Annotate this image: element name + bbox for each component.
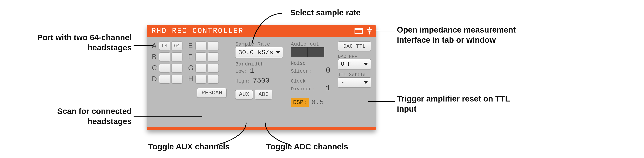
impedance-icon[interactable] [366,27,372,34]
port-row-b: B [152,52,182,61]
chevron-down-icon [276,51,280,54]
port-row-h: H [188,75,219,84]
dac-ttl-button[interactable]: DAC TTL [338,41,371,51]
port-label: B [152,53,158,61]
svg-rect-1 [355,28,363,30]
clock-divider: Clock Divider:1 [291,78,330,93]
titlebar: RHD REC CONTROLLER [147,25,376,37]
title-text: RHD REC CONTROLLER [152,27,244,35]
clock-key2: Divider: [291,86,315,92]
bandwidth-label: Bandwidth [235,61,283,67]
bw-low-key: Low: [235,68,247,74]
callout-sample-rate: Select sample rate [282,8,368,18]
window-icon[interactable] [354,28,363,34]
dsp-badge[interactable]: DSP: [291,98,309,107]
dac-ttl-section: DAC TTL DAC HPF OFF TTL Settle - [338,41,371,123]
dsp-value[interactable]: 0.5 [312,99,324,107]
dac-hpf-dropdown[interactable]: OFF [338,59,371,69]
dac-hpf-label: DAC HPF [338,54,371,59]
rhd-controller-panel: RHD REC CONTROLLER [147,25,376,130]
adc-label: ADC [258,91,269,98]
ttl-settle-dropdown[interactable]: - [338,77,371,87]
port-slot[interactable] [171,52,182,61]
sample-rate-dropdown[interactable]: 30.0 kS/s [235,47,283,58]
port-slot[interactable] [159,75,170,84]
port-row-f: F [188,52,219,61]
port-label: E [188,42,194,50]
port-slot[interactable]: 64 [171,41,182,50]
port-slot[interactable] [159,52,170,61]
sample-rate-label: Sample Rate [235,41,283,47]
port-label: D [152,75,158,83]
port-label: H [188,75,194,83]
noise-key2: Slicer: [291,68,312,74]
aux-label: AUX [239,91,249,98]
chevron-down-icon [364,63,368,66]
dac-ttl-label: DAC TTL [343,43,366,49]
port-label: C [152,64,158,72]
audio-out-left[interactable] [291,47,308,57]
noise-key1: Noise [291,60,330,66]
port-slot[interactable] [208,64,219,72]
port-slot[interactable] [196,64,206,72]
port-slot[interactable]: 64 [159,41,170,50]
port-slot[interactable] [208,41,219,50]
rescan-label: RESCAN [202,90,222,96]
dac-hpf-value: OFF [341,61,351,67]
noise-val[interactable]: 0 [326,66,330,75]
port-row-a: A 64 64 [152,41,182,50]
callout-port-a: Port with two 64-channel headstages [28,33,132,53]
port-row-d: D [152,75,182,84]
noise-slicer: Noise Slicer:0 [291,60,330,75]
bw-low-val[interactable]: 1 [250,67,254,75]
callout-impedance: Open impedance measurement interface in … [397,25,530,45]
audio-status-section: Audio out Noise Slicer:0 Clock Divider:1… [291,41,330,123]
audio-out-label: Audio out [291,41,330,47]
callout-rescan: Scan for connected headstages [25,106,132,126]
port-row-g: G [188,64,219,72]
bw-high-val[interactable]: 7500 [253,77,269,85]
sample-bandwidth-section: Sample Rate 30.0 kS/s Bandwidth Low:1 Hi… [235,41,283,123]
port-slot[interactable] [196,52,206,61]
clock-key1: Clock [291,78,330,84]
bw-high-key: High: [235,78,250,84]
chevron-down-icon [364,81,368,84]
port-slot[interactable] [208,75,219,84]
port-label: F [188,53,194,61]
adc-toggle-button[interactable]: ADC [255,90,272,99]
clock-val[interactable]: 1 [326,84,330,93]
callout-ttl: Trigger amplifier reset on TTL input [397,94,512,114]
port-slot[interactable] [196,75,206,84]
ports-section: A 64 64 B C [152,41,228,123]
port-row-e: E [188,41,219,50]
port-slot[interactable] [171,64,182,72]
port-slot[interactable] [196,41,206,50]
port-row-c: C [152,64,182,72]
audio-out-right[interactable] [308,47,324,57]
ttl-settle-label: TTL Settle [338,72,371,77]
sample-rate-value: 30.0 kS/s [238,49,273,56]
callout-aux: Toggle AUX channels [141,142,236,152]
port-label: A [152,42,158,50]
rescan-button[interactable]: RESCAN [197,88,226,98]
aux-toggle-button[interactable]: AUX [235,90,253,99]
port-slot[interactable] [208,52,219,61]
port-slot[interactable] [159,64,170,72]
port-label: G [188,64,194,72]
port-slot[interactable] [171,75,182,84]
ttl-settle-value: - [341,79,344,86]
callout-adc: Toggle ADC channels [260,142,355,152]
